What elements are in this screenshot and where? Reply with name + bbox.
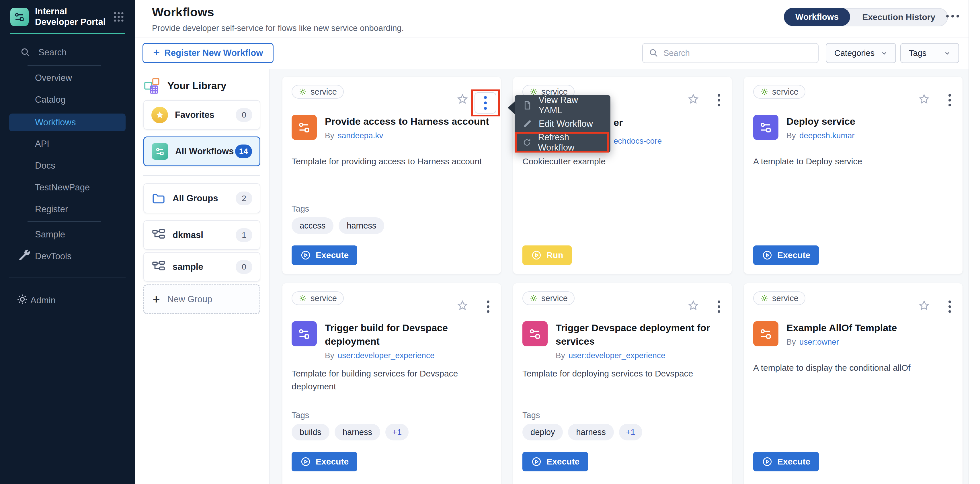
author-link[interactable]: deepesh.kumar <box>799 131 855 140</box>
card-menu-kebab[interactable] <box>948 301 951 313</box>
menu-item-view-raw-yaml[interactable]: View Raw YAML <box>515 96 611 115</box>
execute-button[interactable]: Execute <box>753 452 819 471</box>
view-toggle: Workflows Execution History <box>784 8 948 26</box>
tags-label: Tags <box>522 411 540 420</box>
sidebar-item-search[interactable]: Search <box>20 47 67 58</box>
tab-workflows[interactable]: Workflows <box>784 8 850 26</box>
workflow-icon <box>291 115 317 140</box>
category-badge: service <box>753 291 805 305</box>
category-badge: service <box>522 291 574 305</box>
execute-button[interactable]: Execute <box>522 452 588 471</box>
run-button[interactable]: Run <box>522 245 572 265</box>
register-button-label: Register New Workflow <box>164 48 263 58</box>
sidebar-item-catalog[interactable]: Catalog <box>35 95 66 105</box>
sidebar-item-sample[interactable]: Sample <box>35 229 65 240</box>
workflow-search-box <box>642 43 819 63</box>
execute-button[interactable]: Execute <box>291 452 357 471</box>
more-options-icon[interactable] <box>946 15 959 18</box>
menu-item-edit-workflow[interactable]: Edit Workflow <box>515 115 611 133</box>
play-icon <box>300 250 311 261</box>
harness-logo-icon[interactable] <box>10 8 29 26</box>
sidebar-item-api[interactable]: API <box>35 139 49 149</box>
refresh-icon <box>522 137 531 148</box>
gear-icon <box>529 88 538 96</box>
tag-more-pill[interactable]: +1 <box>385 424 409 440</box>
execute-button[interactable]: Execute <box>291 245 357 265</box>
card-title: Provide access to Harness account <box>325 115 489 128</box>
sidebar-item-register[interactable]: Register <box>35 204 68 215</box>
play-icon <box>531 456 542 467</box>
tag-pill[interactable]: deploy <box>522 424 563 440</box>
author-link-fragment[interactable]: echdocs-core <box>614 137 662 146</box>
search-input[interactable] <box>663 48 812 58</box>
menu-item-refresh-workflow[interactable]: Refresh Workflow <box>515 133 611 152</box>
sidebar-accent-rule <box>10 33 125 34</box>
context-menu-arrow <box>508 102 515 114</box>
sidebar-search-label: Search <box>38 47 67 57</box>
sidebar-item-overview[interactable]: Overview <box>35 73 72 83</box>
tag-pill[interactable]: access <box>291 217 334 234</box>
logo-row: Internal Developer Portal <box>10 6 125 27</box>
tab-execution-history[interactable]: Execution History <box>850 12 947 22</box>
workflow-card-provide-access: service Provide access to Harness accoun… <box>282 77 501 274</box>
author-link[interactable]: sandeepa.kv <box>338 131 383 140</box>
app-title: Internal Developer Portal <box>35 6 107 27</box>
favorite-star-icon[interactable] <box>456 93 469 105</box>
card-menu-kebab-open[interactable] <box>474 92 496 113</box>
library-cubes-icon <box>143 77 161 95</box>
register-new-workflow-button[interactable]: + Register New Workflow <box>143 43 274 63</box>
categories-dropdown[interactable]: Categories <box>826 43 896 63</box>
all-workflows-icon <box>152 143 168 160</box>
library-item-sample[interactable]: sample 0 <box>143 252 260 282</box>
library-item-all-groups[interactable]: All Groups 2 <box>143 183 260 213</box>
author-link[interactable]: user:owner <box>799 338 839 346</box>
workflow-icon <box>753 115 778 140</box>
workflow-cards-grid: service Provide access to Harness accoun… <box>269 69 969 484</box>
document-icon <box>522 100 533 110</box>
tag-more-pill[interactable]: +1 <box>619 424 642 440</box>
library-header: Your Library <box>143 77 226 95</box>
favorite-star-icon[interactable] <box>687 93 700 105</box>
card-description: Template for building services for Devsp… <box>291 367 489 393</box>
wrench-icon <box>18 248 31 261</box>
page-title: Workflows <box>152 5 214 19</box>
sidebar-item-testnewpage[interactable]: TestNewPage <box>35 182 90 193</box>
tags-dropdown[interactable]: Tags <box>900 43 959 63</box>
new-group-button[interactable]: + New Group <box>143 285 260 314</box>
sidebar-divider <box>27 65 101 66</box>
card-menu-kebab[interactable] <box>718 301 720 313</box>
sidebar: Internal Developer Portal Search Overvie… <box>0 0 135 484</box>
count-badge: 0 <box>236 260 252 274</box>
card-menu-kebab[interactable] <box>487 301 489 313</box>
tag-pill[interactable]: harness <box>339 217 384 234</box>
sidebar-divider <box>9 277 126 278</box>
card-description: Template for providing access to Harness… <box>291 155 489 168</box>
tag-pill[interactable]: harness <box>568 424 614 440</box>
favorite-star-icon[interactable] <box>687 299 700 312</box>
library-item-favorites[interactable]: Favorites 0 <box>143 100 260 130</box>
sidebar-item-workflows-selected[interactable]: Workflows <box>9 113 126 131</box>
card-description: A template to Deploy service <box>753 155 951 168</box>
tag-pill[interactable]: builds <box>291 424 329 440</box>
author-link[interactable]: user:developer_experience <box>569 351 665 360</box>
sidebar-divider <box>27 221 101 222</box>
library-item-all-workflows[interactable]: All Workflows 14 <box>143 137 260 166</box>
tags-row: builds harness +1 <box>291 424 409 440</box>
plus-icon: + <box>153 293 160 306</box>
execute-button[interactable]: Execute <box>753 245 819 265</box>
favorite-star-icon[interactable] <box>456 299 469 312</box>
sidebar-item-devtools[interactable]: DevTools <box>35 251 72 261</box>
favorite-star-icon[interactable] <box>918 93 931 105</box>
sidebar-item-admin[interactable]: Admin <box>30 295 56 306</box>
workflow-icon <box>522 321 547 346</box>
author-link[interactable]: user:developer_experience <box>338 351 435 360</box>
card-menu-kebab[interactable] <box>948 94 951 107</box>
apps-grid-icon[interactable] <box>112 11 125 23</box>
workflow-card-example-allof: service Example AllOf Template Byuser:ow… <box>744 283 963 484</box>
play-icon <box>531 250 542 261</box>
library-item-dkmasl[interactable]: dkmasl 1 <box>143 220 260 250</box>
sidebar-item-docs[interactable]: Docs <box>35 161 55 171</box>
tag-pill[interactable]: harness <box>335 424 380 440</box>
card-menu-kebab[interactable] <box>718 94 720 107</box>
favorite-star-icon[interactable] <box>918 299 931 312</box>
